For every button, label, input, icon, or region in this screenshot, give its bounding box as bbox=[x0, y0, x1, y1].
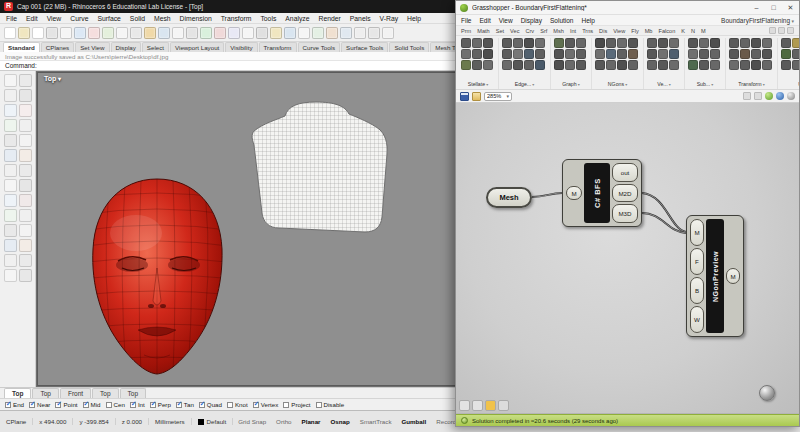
osnap-checkbox[interactable] bbox=[150, 402, 156, 408]
viewport-tab[interactable]: Top bbox=[32, 388, 58, 398]
toolbar-tab[interactable]: Select bbox=[142, 42, 169, 52]
sidebar-tool-icon[interactable] bbox=[4, 104, 17, 117]
component-icon[interactable] bbox=[595, 38, 605, 48]
tab-tool-icon[interactable] bbox=[769, 27, 776, 34]
component-icon[interactable] bbox=[669, 60, 679, 70]
ribbon-group-label[interactable]: Ve... bbox=[657, 80, 671, 89]
menu-item[interactable]: Transform bbox=[221, 15, 252, 22]
open-folder-icon[interactable] bbox=[472, 92, 481, 101]
node-csharp-bfs[interactable]: M C# BFS outM2DM3D bbox=[562, 159, 642, 227]
component-icon[interactable] bbox=[740, 49, 750, 59]
sketch-icon[interactable] bbox=[743, 92, 751, 100]
node-mesh-param[interactable]: Mesh bbox=[486, 187, 532, 208]
gh-titlebar[interactable]: Grasshopper - BoundaryFirstFlattening* bbox=[456, 1, 799, 15]
toolbar-icon[interactable] bbox=[270, 27, 282, 39]
sidebar-tool-icon[interactable] bbox=[4, 269, 17, 282]
component-icon[interactable] bbox=[483, 60, 493, 70]
component-icon[interactable] bbox=[688, 60, 698, 70]
component-icon[interactable] bbox=[710, 49, 720, 59]
menu-item[interactable]: Analyze bbox=[285, 15, 309, 22]
output-port[interactable]: M3D bbox=[612, 204, 638, 223]
component-icon[interactable] bbox=[699, 49, 709, 59]
component-icon[interactable] bbox=[740, 60, 750, 70]
toolbar-icon[interactable] bbox=[32, 27, 44, 39]
status-toggle[interactable]: Grid Snap bbox=[233, 418, 271, 425]
menu-item[interactable]: Solid bbox=[130, 15, 145, 22]
menu-item[interactable]: V-Ray bbox=[380, 15, 399, 22]
sidebar-tool-icon[interactable] bbox=[19, 269, 32, 282]
toolbar-icon[interactable] bbox=[368, 27, 380, 39]
component-tab[interactable]: Prm bbox=[461, 28, 471, 34]
menu-item[interactable]: Tools bbox=[260, 15, 276, 22]
component-icon[interactable] bbox=[513, 60, 523, 70]
component-icon[interactable] bbox=[524, 49, 534, 59]
viewport-title[interactable]: Top bbox=[44, 75, 61, 82]
zoom-select[interactable]: 285% bbox=[484, 92, 512, 101]
component-icon[interactable] bbox=[554, 38, 564, 48]
component-icon[interactable] bbox=[565, 60, 575, 70]
menu-item[interactable]: View bbox=[499, 17, 513, 24]
osnap-toggle[interactable]: Tan bbox=[176, 401, 194, 408]
toolbar-icon[interactable] bbox=[186, 27, 198, 39]
input-port[interactable]: B bbox=[690, 277, 704, 304]
component-tab[interactable]: Mb bbox=[645, 28, 653, 34]
component-icon[interactable] bbox=[606, 60, 616, 70]
toolbar-tab[interactable]: Standard bbox=[3, 42, 40, 52]
component-icon[interactable] bbox=[535, 60, 545, 70]
component-icon[interactable] bbox=[699, 38, 709, 48]
ribbon-group-label[interactable]: Stellate bbox=[468, 80, 488, 89]
toolbar-icon[interactable] bbox=[354, 27, 366, 39]
canvas-tool-icon[interactable] bbox=[498, 400, 509, 411]
component-icon[interactable] bbox=[554, 60, 564, 70]
menu-item[interactable]: Surface bbox=[97, 15, 120, 22]
input-port[interactable]: F bbox=[690, 248, 704, 275]
toolbar-icon[interactable] bbox=[18, 27, 30, 39]
osnap-toggle[interactable]: Mid bbox=[83, 401, 101, 408]
component-tab[interactable]: Vec bbox=[510, 28, 519, 34]
component-tab[interactable]: Fly bbox=[631, 28, 638, 34]
osnap-checkbox[interactable] bbox=[199, 402, 205, 408]
output-port[interactable]: M2D bbox=[612, 184, 638, 203]
component-icon[interactable] bbox=[729, 38, 739, 48]
sidebar-tool-icon[interactable] bbox=[19, 119, 32, 132]
layer-selector[interactable]: Default bbox=[192, 418, 234, 425]
cplane-selector[interactable]: CPlane bbox=[0, 418, 33, 425]
component-icon[interactable] bbox=[658, 60, 668, 70]
canvas-tool-icon[interactable] bbox=[485, 400, 496, 411]
component-icon[interactable] bbox=[617, 60, 627, 70]
component-icon[interactable] bbox=[762, 60, 772, 70]
component-icon[interactable] bbox=[472, 60, 482, 70]
sidebar-tool-icon[interactable] bbox=[19, 74, 32, 87]
component-icon[interactable] bbox=[513, 49, 523, 59]
toolbar-tab[interactable]: Display bbox=[111, 42, 141, 52]
component-icon[interactable] bbox=[710, 60, 720, 70]
osnap-checkbox[interactable] bbox=[283, 402, 289, 408]
component-icon[interactable] bbox=[502, 60, 512, 70]
component-icon[interactable] bbox=[524, 38, 534, 48]
component-icon[interactable] bbox=[461, 38, 471, 48]
toolbar-tab[interactable]: Viewport Layout bbox=[170, 42, 224, 52]
ribbon-group-label[interactable]: Edge... bbox=[515, 80, 535, 89]
document-selector[interactable]: BoundaryFirstFlattening bbox=[721, 17, 794, 24]
osnap-toggle[interactable]: Project bbox=[283, 401, 310, 408]
toolbar-icon[interactable] bbox=[144, 27, 156, 39]
component-icon[interactable] bbox=[565, 49, 575, 59]
node-ngon-preview[interactable]: MFBW NGonPreview M bbox=[686, 215, 744, 337]
sidebar-tool-icon[interactable] bbox=[4, 134, 17, 147]
component-tab[interactable]: Math bbox=[477, 28, 489, 34]
toolbar-icon[interactable] bbox=[242, 27, 254, 39]
component-icon[interactable] bbox=[688, 49, 698, 59]
component-icon[interactable] bbox=[792, 60, 799, 70]
component-icon[interactable] bbox=[669, 49, 679, 59]
toolbar-icon[interactable] bbox=[172, 27, 184, 39]
preview-off-icon[interactable] bbox=[787, 92, 795, 100]
tab-tool-icon[interactable] bbox=[778, 27, 785, 34]
component-icon[interactable] bbox=[595, 60, 605, 70]
sidebar-tool-icon[interactable] bbox=[4, 239, 17, 252]
toolbar-tab[interactable]: Curve Tools bbox=[298, 42, 341, 52]
component-tab[interactable]: Set bbox=[496, 28, 504, 34]
toolbar-icon[interactable] bbox=[88, 27, 100, 39]
component-icon[interactable] bbox=[628, 49, 638, 59]
ribbon-group-label[interactable]: Graph bbox=[562, 80, 580, 89]
camera-icon[interactable] bbox=[754, 92, 762, 100]
